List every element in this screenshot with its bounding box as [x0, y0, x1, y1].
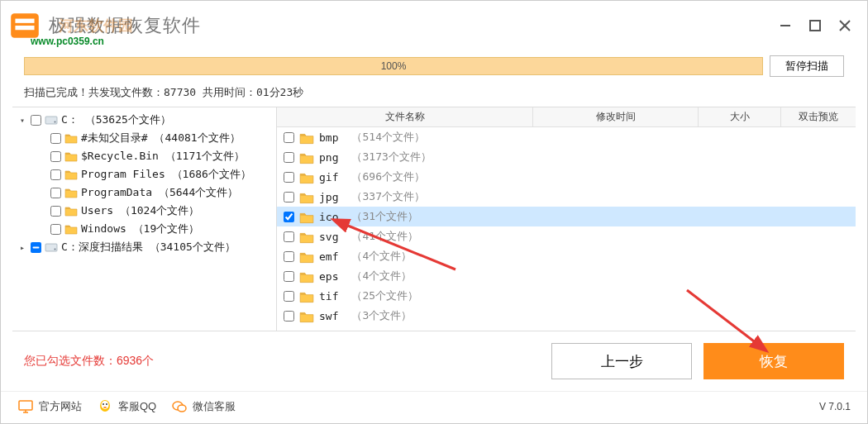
tree-row[interactable]: $Recycle.Bin （1171个文件）	[14, 147, 274, 165]
list-checkbox[interactable]	[284, 311, 294, 322]
folder-icon	[299, 250, 314, 262]
prev-step-button[interactable]: 上一步	[551, 343, 692, 379]
col-header-preview[interactable]: 双击预览	[781, 107, 856, 126]
maximize-button[interactable]	[806, 17, 824, 35]
list-item-name: ico	[319, 211, 338, 223]
list-body[interactable]: bmp（514个文件）png（3173个文件）gif（696个文件）jpg（33…	[277, 127, 856, 331]
tree-label: Program Files （1686个文件）	[81, 167, 251, 182]
progress-bar: 100%	[24, 57, 763, 75]
list-row[interactable]: tif（25个文件）	[277, 286, 856, 306]
tree-checkbox[interactable]	[50, 151, 61, 162]
folder-icon	[299, 270, 314, 282]
recover-button[interactable]: 恢复	[703, 343, 844, 379]
tree-checkbox[interactable]	[50, 133, 61, 144]
list-checkbox[interactable]	[284, 132, 294, 143]
col-header-name[interactable]: 文件名称	[277, 107, 533, 126]
qq-icon	[97, 398, 113, 415]
version-label: V 7.0.1	[819, 401, 851, 412]
tree-checkbox[interactable]	[50, 224, 61, 235]
list-checkbox[interactable]	[284, 271, 294, 282]
list-item-count: （25个文件）	[351, 288, 418, 303]
list-item-count: （696个文件）	[351, 169, 424, 184]
monitor-icon	[17, 398, 34, 415]
tree-toggle-icon[interactable]: ▸	[17, 243, 27, 252]
wechat-support-link[interactable]: 微信客服	[171, 398, 236, 415]
wechat-support-label: 微信客服	[193, 399, 236, 414]
wechat-icon	[171, 398, 188, 415]
svg-point-18	[103, 407, 107, 408]
list-row[interactable]: ico（31个文件）	[277, 207, 856, 226]
tree-checkbox[interactable]	[50, 169, 61, 180]
list-checkbox[interactable]	[284, 251, 294, 262]
titlebar: 河东软件园 极强数据恢复软件 www.pc0359.cn	[1, 1, 867, 50]
tree-checkbox[interactable]	[50, 206, 61, 217]
col-header-size[interactable]: 大小	[699, 107, 781, 126]
list-panel: 文件名称 修改时间 大小 双击预览 bmp（514个文件）png（3173个文件…	[277, 107, 856, 331]
list-item-count: （3173个文件）	[351, 150, 431, 164]
list-checkbox[interactable]	[284, 172, 294, 183]
svg-point-20	[178, 405, 186, 412]
tree-checkbox[interactable]	[31, 242, 41, 253]
progress-percent: 100%	[381, 60, 407, 72]
list-row[interactable]: jpg（337个文件）	[277, 187, 856, 207]
official-site-label: 官方网站	[39, 399, 82, 414]
svg-point-10	[55, 249, 56, 250]
tree-row[interactable]: Users （1024个文件）	[14, 202, 274, 220]
list-checkbox[interactable]	[284, 291, 294, 302]
svg-rect-7	[45, 117, 57, 124]
list-item-name: eps	[319, 270, 338, 283]
list-item-count: （4个文件）	[351, 249, 412, 264]
folder-icon	[299, 211, 314, 222]
tree-panel[interactable]: ▾C： （53625个文件）#未知父目录# （44081个文件）$Recycle…	[12, 107, 277, 331]
svg-point-16	[103, 403, 104, 405]
list-item-count: （31个文件）	[351, 209, 418, 224]
tree-row[interactable]: Windows （19个文件）	[14, 220, 274, 238]
pause-scan-button[interactable]: 暂停扫描	[770, 55, 844, 77]
list-checkbox[interactable]	[284, 212, 294, 222]
tree-label: Users （1024个文件）	[81, 203, 199, 218]
list-item-name: png	[319, 151, 338, 164]
folder-icon	[299, 131, 314, 143]
list-row[interactable]: bmp（514个文件）	[277, 127, 856, 147]
window-controls	[776, 17, 861, 35]
svg-point-8	[55, 121, 56, 123]
list-row[interactable]: swf（3个文件）	[277, 306, 856, 326]
list-row[interactable]: gif（696个文件）	[277, 167, 856, 187]
list-checkbox[interactable]	[284, 152, 294, 163]
folder-icon	[64, 187, 78, 198]
close-button[interactable]	[836, 17, 854, 35]
tree-label: ProgramData （5644个文件）	[81, 185, 238, 200]
folder-icon	[299, 151, 314, 163]
tree-row[interactable]: #未知父目录# （44081个文件）	[14, 129, 274, 147]
svg-rect-1	[15, 19, 34, 23]
qq-support-link[interactable]: 客服QQ	[97, 398, 156, 415]
tree-row[interactable]: ▾C： （53625个文件）	[14, 111, 274, 129]
list-row[interactable]: emf（4个文件）	[277, 246, 856, 266]
tree-checkbox[interactable]	[50, 188, 61, 198]
official-site-link[interactable]: 官方网站	[17, 398, 82, 415]
footer-links: 官方网站 客服QQ 微信客服 V 7.0.1	[1, 391, 867, 423]
minimize-button[interactable]	[776, 17, 794, 35]
svg-point-17	[106, 403, 107, 405]
tree-label: C： （53625个文件）	[61, 112, 171, 127]
list-item-name: tif	[319, 290, 338, 303]
list-checkbox[interactable]	[284, 231, 294, 242]
list-row[interactable]: png（3173个文件）	[277, 147, 856, 167]
folder-icon	[64, 169, 78, 180]
list-item-name: gif	[319, 171, 338, 183]
tree-toggle-icon[interactable]: ▾	[17, 116, 27, 125]
list-item-name: jpg	[319, 191, 338, 203]
tree-checkbox[interactable]	[31, 115, 41, 126]
tree-row[interactable]: ProgramData （5644个文件）	[14, 183, 274, 202]
list-checkbox[interactable]	[284, 192, 294, 202]
list-row[interactable]: svg（41个文件）	[277, 226, 856, 246]
list-item-count: （3个文件）	[351, 308, 412, 323]
watermark-site: www.pc0359.cn	[31, 36, 104, 47]
tree-label: #未知父目录# （44081个文件）	[81, 131, 241, 145]
list-row[interactable]: eps（4个文件）	[277, 266, 856, 286]
tree-row[interactable]: ▸C：深度扫描结果 （34105个文件）	[14, 238, 274, 256]
col-header-time[interactable]: 修改时间	[533, 107, 699, 126]
folder-icon	[299, 231, 314, 242]
tree-row[interactable]: Program Files （1686个文件）	[14, 165, 274, 183]
folder-icon	[299, 290, 314, 302]
